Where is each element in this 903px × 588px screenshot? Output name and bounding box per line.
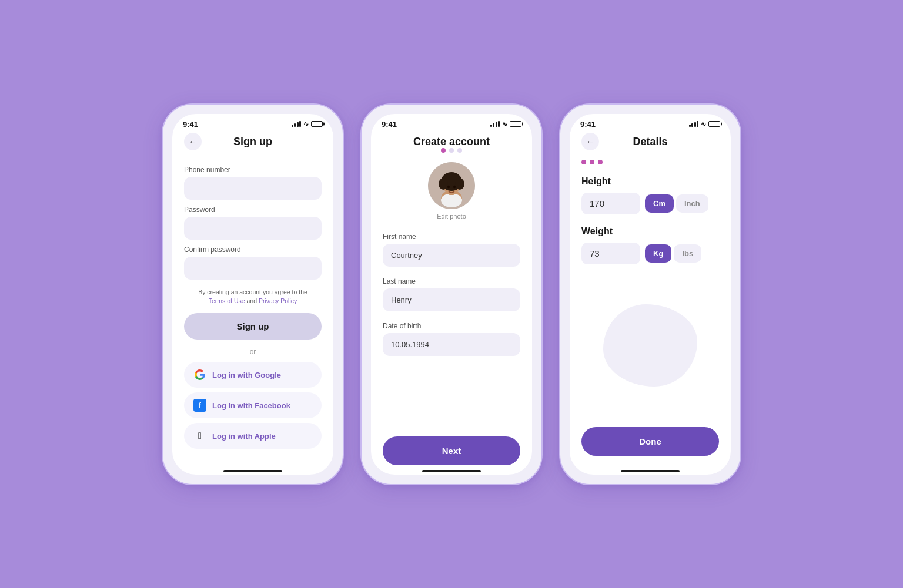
runner-illustration — [581, 274, 719, 418]
home-indicator-1 — [223, 470, 282, 472]
progress-dots-2 — [383, 148, 520, 153]
status-icons-3: ∿ — [689, 120, 721, 128]
details-header: ← Details — [581, 136, 719, 148]
height-input[interactable] — [581, 193, 640, 214]
details-title: Details — [633, 136, 667, 148]
cm-button[interactable]: Cm — [645, 194, 674, 213]
height-row: Cm Inch — [581, 193, 719, 214]
google-login-button[interactable]: Log in with Google — [184, 362, 322, 388]
weight-unit-toggle: Kg lbs — [645, 244, 701, 263]
facebook-icon: f — [193, 399, 206, 412]
wifi-icon-2: ∿ — [502, 120, 507, 128]
dob-label: Date of birth — [383, 322, 520, 330]
privacy-policy-link[interactable]: Privacy Policy — [259, 297, 297, 304]
apple-login-label: Log in with Apple — [212, 432, 276, 441]
dot-3-1 — [581, 160, 586, 164]
back-button-1[interactable]: ← — [184, 133, 202, 150]
password-label: Password — [184, 206, 322, 214]
signal-icon-3 — [689, 121, 699, 127]
phone-details: 9:41 ∿ ← Details — [559, 103, 741, 485]
apple-login-button[interactable]:  Log in with Apple — [184, 423, 322, 449]
lbs-button[interactable]: lbs — [674, 244, 701, 263]
status-bar-2: 9:41 ∿ — [371, 114, 532, 131]
dot-3-3 — [598, 160, 603, 164]
phones-container: 9:41 ∿ ← Sign up — [162, 103, 741, 485]
time-2: 9:41 — [382, 120, 397, 129]
create-account-form: First name Last name Date of birth — [371, 227, 532, 427]
phone-create-account: 9:41 ∿ Create account — [360, 103, 543, 485]
avatar-image — [428, 162, 475, 209]
avatar-circle — [428, 162, 475, 209]
lastname-input[interactable] — [383, 288, 520, 311]
next-button[interactable]: Next — [383, 436, 520, 465]
signup-button[interactable]: Sign up — [184, 313, 322, 340]
status-icons-2: ∿ — [490, 120, 522, 128]
google-login-label: Log in with Google — [212, 371, 281, 379]
battery-icon-2 — [510, 121, 521, 127]
svg-point-9 — [453, 185, 456, 188]
lastname-label: Last name — [383, 277, 520, 285]
create-account-title: Create account — [383, 136, 520, 148]
done-button[interactable]: Done — [581, 427, 719, 456]
firstname-input[interactable] — [383, 244, 520, 267]
kg-button[interactable]: Kg — [645, 244, 671, 263]
status-bar-3: 9:41 ∿ — [570, 114, 731, 131]
dob-input[interactable] — [383, 333, 520, 356]
dot-2 — [449, 148, 454, 153]
battery-icon-3 — [708, 121, 720, 127]
signal-icon-2 — [490, 121, 500, 127]
firstname-label: First name — [383, 233, 520, 241]
weight-input[interactable] — [581, 243, 640, 264]
time-3: 9:41 — [580, 120, 596, 129]
status-icons-1: ∿ — [292, 120, 323, 128]
svg-point-2 — [441, 193, 462, 207]
avatar-area: Edit photo — [371, 162, 532, 220]
svg-point-7 — [455, 178, 464, 190]
signal-icon-1 — [292, 121, 302, 127]
terms-of-use-link[interactable]: Terms of Use — [209, 297, 245, 304]
weight-label: Weight — [581, 226, 719, 237]
facebook-login-button[interactable]: f Log in with Facebook — [184, 392, 322, 418]
progress-dots-3 — [581, 160, 719, 164]
home-indicator-2 — [422, 470, 481, 472]
facebook-login-label: Log in with Facebook — [212, 401, 290, 410]
weight-row: Kg lbs — [581, 243, 719, 264]
time-1: 9:41 — [183, 120, 198, 129]
dot-1 — [441, 148, 446, 153]
or-divider: or — [184, 348, 322, 356]
height-label: Height — [581, 176, 719, 187]
home-indicator-3 — [621, 470, 680, 472]
height-unit-toggle: Cm Inch — [645, 194, 708, 213]
phone-number-input[interactable] — [184, 177, 322, 200]
wifi-icon-3: ∿ — [701, 120, 706, 128]
signup-title: Sign up — [233, 136, 272, 148]
svg-point-8 — [447, 185, 450, 188]
phone-signup: 9:41 ∿ ← Sign up — [162, 103, 344, 485]
confirm-password-label: Confirm password — [184, 246, 322, 254]
inch-button[interactable]: Inch — [676, 194, 708, 213]
svg-point-6 — [439, 178, 448, 190]
battery-icon-1 — [311, 121, 323, 127]
phone-number-label: Phone number — [184, 166, 322, 174]
wifi-icon-1: ∿ — [303, 120, 309, 128]
or-text: or — [250, 348, 256, 356]
create-account-header: Create account — [371, 131, 532, 162]
google-icon — [193, 368, 206, 381]
edit-photo-label[interactable]: Edit photo — [437, 213, 466, 220]
terms-text: By creating an account you agree to the … — [184, 288, 322, 307]
status-bar-1: 9:41 ∿ — [172, 114, 333, 131]
signup-header: ← Sign up — [184, 136, 322, 148]
dot-3 — [457, 148, 462, 153]
back-button-3[interactable]: ← — [581, 133, 599, 150]
dot-3-2 — [590, 160, 594, 164]
apple-icon:  — [193, 429, 206, 442]
confirm-password-input[interactable] — [184, 257, 322, 280]
password-input[interactable] — [184, 217, 322, 240]
